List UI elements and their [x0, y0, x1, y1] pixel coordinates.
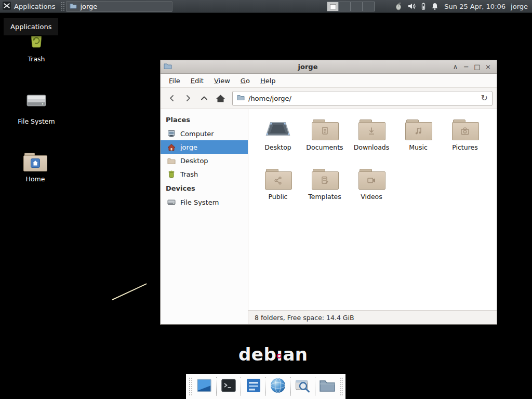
video-emblem-icon — [366, 176, 377, 185]
path-bar[interactable]: /home/jorge/ ↻ — [232, 91, 493, 106]
battery-icon[interactable] — [421, 2, 426, 10]
file-item-public[interactable]: Public — [255, 167, 301, 216]
folder-icon — [405, 119, 431, 139]
panel-handle[interactable] — [61, 2, 65, 11]
shade-button[interactable]: ∧ — [450, 62, 461, 72]
path-folder-icon — [237, 94, 245, 102]
desktop-icon-home[interactable]: Home — [10, 153, 60, 183]
text-editor-icon — [245, 377, 262, 396]
file-manager-window: jorge ∧ − □ × File Edit View Go Help — [160, 60, 497, 325]
maximize-button[interactable]: □ — [472, 62, 483, 72]
window-title: jorge — [161, 63, 455, 71]
globe-icon — [270, 377, 286, 396]
launcher-app-finder[interactable] — [294, 376, 312, 397]
file-item-downloads[interactable]: Downloads — [349, 117, 394, 167]
desktop-icon-label: File System — [18, 117, 55, 125]
menu-file[interactable]: File — [164, 75, 185, 87]
clock[interactable]: Sun 25 Apr, 10:06 — [444, 3, 506, 10]
mouse-icon[interactable] — [394, 2, 403, 10]
camera-emblem-icon — [460, 126, 471, 136]
dock-separator — [241, 377, 241, 396]
toolbar: /home/jorge/ ↻ — [161, 88, 497, 109]
desktop-surface-icon — [264, 117, 291, 139]
workspace-4[interactable] — [363, 2, 375, 11]
applications-button[interactable]: Applications — [0, 0, 60, 12]
folder-icon — [265, 169, 291, 189]
main-column: Desktop Documents — [248, 109, 497, 324]
menubar: File Edit View Go Help — [161, 74, 497, 88]
file-item-videos[interactable]: Videos — [349, 167, 394, 216]
sidebar-item-jorge[interactable]: jorge — [161, 140, 248, 154]
menu-edit[interactable]: Edit — [185, 75, 209, 87]
sidebar-item-label: Trash — [180, 170, 198, 178]
home-emblem-icon — [31, 158, 40, 168]
task-button-label: jorge — [80, 3, 97, 10]
folder-icon — [319, 379, 336, 395]
sidebar-item-label: Computer — [180, 130, 214, 138]
menu-help[interactable]: Help — [255, 75, 281, 87]
file-item-desktop[interactable]: Desktop — [255, 117, 301, 167]
computer-icon — [167, 129, 176, 138]
workspace-pager — [327, 2, 375, 11]
minimize-button[interactable]: − — [461, 62, 472, 72]
template-emblem-icon — [320, 176, 330, 185]
sidebar-item-desktop[interactable]: Desktop — [161, 154, 248, 167]
home-button[interactable] — [213, 91, 228, 105]
dock-separator — [290, 377, 291, 396]
folder-icon — [358, 169, 384, 189]
sidebar-item-computer[interactable]: Computer — [161, 127, 248, 140]
file-label: Downloads — [354, 143, 390, 151]
sidebar-item-label: jorge — [180, 143, 197, 151]
file-item-pictures[interactable]: Pictures — [442, 117, 488, 167]
launcher-text-editor[interactable] — [244, 376, 263, 397]
magnifier-icon — [295, 377, 311, 396]
sidebar-item-filesystem[interactable]: File System — [161, 195, 248, 209]
workspace-3[interactable] — [351, 2, 363, 11]
statusbar-text: 8 folders, Free space: 14.4 GiB — [255, 314, 354, 322]
stray-line-artifact — [112, 283, 147, 300]
workspace-2[interactable] — [339, 2, 351, 11]
forward-button[interactable] — [181, 91, 195, 105]
menu-go[interactable]: Go — [235, 75, 255, 87]
file-label: Desktop — [264, 143, 291, 151]
close-button[interactable]: × — [483, 62, 494, 72]
launcher-show-desktop[interactable] — [195, 376, 214, 397]
window-controls: ∧ − □ × — [450, 62, 494, 72]
sidebar-item-trash[interactable]: Trash — [161, 167, 248, 181]
file-label: Documents — [306, 143, 343, 151]
dock-handle[interactable] — [340, 377, 343, 396]
titlebar[interactable]: jorge ∧ − □ × — [161, 60, 497, 74]
applications-label: Applications — [14, 3, 55, 10]
up-button[interactable] — [197, 91, 211, 105]
statusbar: 8 folders, Free space: 14.4 GiB — [248, 310, 497, 324]
debian-swirl-icon — [276, 342, 282, 363]
drive-icon — [25, 89, 48, 114]
sidebar: Places Computer jorge — [161, 109, 248, 324]
path-text: /home/jorge/ — [248, 95, 291, 102]
user-menu[interactable]: jorge — [511, 3, 528, 10]
file-item-documents[interactable]: Documents — [302, 117, 348, 167]
terminal-icon — [220, 377, 237, 396]
file-label: Pictures — [452, 143, 478, 151]
file-label: Public — [269, 193, 288, 201]
bottom-dock — [186, 374, 345, 399]
file-item-music[interactable]: Music — [395, 117, 441, 167]
share-emblem-icon — [273, 176, 283, 185]
trash-icon — [167, 170, 176, 178]
launcher-web-browser[interactable] — [269, 376, 287, 397]
workspace-1[interactable] — [327, 2, 339, 11]
folder-icon — [452, 119, 478, 139]
back-button[interactable] — [165, 91, 179, 105]
desktop-icon-filesystem[interactable]: File System — [11, 89, 61, 125]
file-item-templates[interactable]: Templates — [302, 167, 348, 216]
task-button-jorge[interactable]: jorge — [66, 1, 172, 12]
volume-icon[interactable] — [407, 2, 416, 10]
refresh-button[interactable]: ↻ — [481, 94, 488, 102]
launcher-terminal[interactable] — [219, 376, 238, 397]
bell-icon[interactable] — [431, 2, 439, 10]
applications-tooltip: Applications — [3, 18, 59, 36]
menu-view[interactable]: View — [209, 75, 235, 87]
launcher-file-manager[interactable] — [318, 376, 337, 397]
dock-handle[interactable] — [189, 377, 192, 396]
dock-separator — [216, 377, 217, 396]
